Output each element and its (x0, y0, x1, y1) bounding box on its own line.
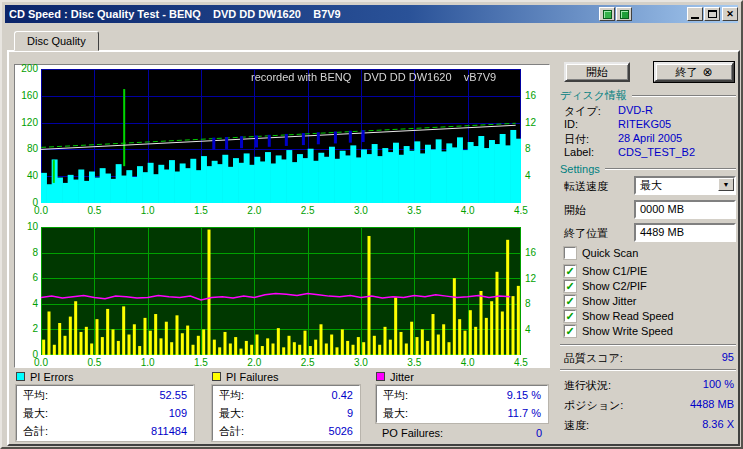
tick-label: 4.5 (506, 205, 536, 216)
tick-label: 1.0 (133, 357, 163, 368)
section-title: Settings (560, 163, 600, 175)
field-label: ID: (564, 118, 578, 130)
green-drive-icon (620, 10, 629, 19)
titlebar-spacer (632, 14, 686, 15)
checkbox-show-c2-pif[interactable]: ✓Show C2/PIF (564, 279, 647, 293)
tick-label: 4 (525, 324, 551, 336)
tick-label: 2 (15, 323, 38, 335)
green-page-icon (603, 10, 612, 19)
disc-date-row: 日付:28 April 2005 (564, 132, 736, 146)
stat-value: 11.7 % (508, 407, 541, 419)
field-label: 品質スコア: (564, 351, 623, 365)
field-value: 28 April 2005 (618, 132, 682, 144)
checkbox-show-c1-pie[interactable]: ✓Show C1/PIE (564, 264, 647, 278)
tick-label: 8 (15, 247, 38, 259)
checkbox-quick-scan[interactable]: ✓Quick Scan (564, 246, 638, 260)
tick-label: 1.0 (133, 205, 163, 216)
stat-label: 平均: (383, 388, 408, 403)
tick-label: 120 (15, 117, 38, 129)
stat-title: PI Failures (212, 370, 360, 383)
app-window: CD Speed : Disc Quality Test - BENQ DVD … (0, 0, 743, 449)
field-label: 日付: (564, 132, 589, 147)
pi-errors-chart-canvas (41, 69, 521, 203)
progress-value: 100 % (703, 378, 734, 392)
checkbox-box[interactable]: ✓ (564, 310, 576, 322)
pi-errors-y-axis-left: 200 160 120 80 40 0 (15, 63, 38, 209)
checkbox-box[interactable]: ✓ (564, 265, 576, 277)
start-button[interactable]: 開始 (564, 62, 630, 82)
pi-errors-stats: PI Errors 平均:52.55 最大:109 合計:811484 (16, 370, 194, 441)
checkbox-label: Show C1/PIE (582, 265, 647, 277)
exit-icon: ⊗ (702, 65, 712, 79)
end-position-field[interactable]: 4489 MB (634, 223, 736, 242)
field-value: CDS_TEST_B2 (618, 146, 695, 158)
checkbox-show-write-speed[interactable]: ✓Show Write Speed (564, 324, 673, 338)
pi-failures-chart-canvas (41, 227, 521, 355)
maximize-icon (708, 10, 717, 18)
tick-label: 1.5 (186, 205, 216, 216)
tick-label: 1.5 (186, 357, 216, 368)
quality-score-value: 95 (722, 351, 734, 365)
tick-label: 12 (525, 117, 551, 129)
checkbox-box[interactable]: ✓ (564, 325, 576, 337)
checkbox-box[interactable]: ✓ (564, 295, 576, 307)
close-button[interactable]: ✕ (722, 7, 738, 21)
disc-info-header: ディスク情報 (560, 89, 736, 102)
titlebar-extra-icon-1[interactable] (599, 7, 615, 21)
maximize-button[interactable] (704, 7, 720, 21)
separator (605, 168, 736, 170)
tick-label: 200 (15, 63, 38, 75)
tick-label: 4.0 (453, 205, 483, 216)
tick-label: 4.0 (453, 357, 483, 368)
separator (560, 344, 736, 346)
sidebar: 開始 終了 ⊗ ディスク情報 タイプ:DVD-R ID:RITEKG05 日付:… (558, 58, 738, 444)
tick-label: 16 (525, 90, 551, 102)
pi-errors-swatch-icon (16, 372, 25, 381)
pi-failures-x-axis: 0.0 0.5 1.0 1.5 2.0 2.5 3.0 3.5 4.0 4.5 (26, 357, 536, 368)
tick-label: 0.0 (26, 357, 56, 368)
stat-label: 平均: (219, 388, 244, 403)
position-row: ポジション: 4488 MB (564, 398, 734, 412)
tick-label: 12 (525, 273, 551, 285)
tab-disc-quality[interactable]: Disc Quality (14, 31, 99, 51)
check-icon: ✓ (565, 281, 574, 291)
stat-value: 0 (536, 427, 542, 439)
tick-label: 0.0 (26, 205, 56, 216)
stat-title-label: PI Errors (30, 371, 73, 383)
window-title: CD Speed : Disc Quality Test - BENQ DVD … (9, 8, 598, 20)
tick-label: 2.0 (239, 357, 269, 368)
tick-label: 3.0 (346, 205, 376, 216)
field-value: DVD-R (618, 104, 653, 116)
checkbox-show-jitter[interactable]: ✓Show Jitter (564, 294, 636, 308)
stat-box: 平均:52.55 最大:109 合計:811484 (16, 385, 194, 441)
separator (632, 95, 736, 97)
position-value: 4488 MB (690, 398, 734, 412)
title-bar[interactable]: CD Speed : Disc Quality Test - BENQ DVD … (5, 5, 738, 23)
pi-errors-y-axis-right: 16 12 8 4 (525, 90, 551, 182)
checkbox-box[interactable]: ✓ (564, 280, 576, 292)
stat-value: 9.15 % (507, 389, 541, 401)
stat-label: 最大: (383, 406, 408, 421)
charts-panel: recorded with BENQ DVD DD DW1620 vB7V9 2… (14, 64, 550, 368)
exit-button[interactable]: 終了 ⊗ (654, 62, 734, 82)
tick-label: 16 (525, 247, 551, 259)
tick-label: 6 (15, 272, 38, 284)
checkbox-show-read-speed[interactable]: ✓Show Read Speed (564, 309, 674, 323)
settings-header: Settings (560, 162, 736, 175)
start-position-field[interactable]: 0000 MB (634, 200, 736, 219)
tick-label: 40 (15, 170, 38, 182)
titlebar-extra-icon-2[interactable] (616, 7, 632, 21)
minimize-button[interactable] (687, 7, 703, 21)
field-label: タイプ: (564, 104, 601, 119)
transfer-speed-select[interactable]: 最大 ▼ (634, 176, 736, 195)
close-icon: ✕ (726, 9, 734, 19)
minimize-icon (691, 17, 699, 19)
tick-label: 2.0 (239, 205, 269, 216)
speed-row: 速度: 8.36 X (564, 418, 734, 432)
tick-label: 3.5 (399, 357, 429, 368)
field-label: 進行状況: (564, 378, 611, 392)
stat-label: 平均: (23, 388, 48, 403)
tick-label: 160 (15, 90, 38, 102)
chevron-down-icon[interactable]: ▼ (718, 178, 734, 191)
checkbox-box[interactable]: ✓ (564, 247, 576, 259)
